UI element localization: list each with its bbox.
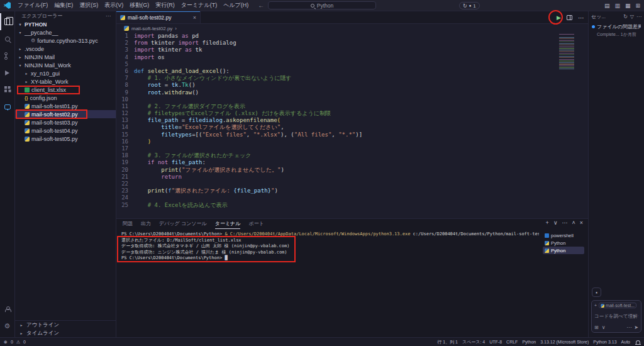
back-icon[interactable]: ← xyxy=(258,2,264,9)
timeline-section[interactable]: ▸ タイムライン xyxy=(15,329,116,337)
terminal-list-item[interactable]: Python xyxy=(543,247,584,254)
tree-item[interactable]: mail-soft-test05.py xyxy=(15,135,116,143)
tree-item[interactable]: ⚙fortune.cpython-313.pyc xyxy=(15,36,116,45)
chat-more-icon[interactable]: ⋯ xyxy=(636,14,641,20)
panel-tab[interactable]: 問題 xyxy=(123,219,133,229)
minimap[interactable] xyxy=(559,34,580,69)
tree-item[interactable]: ▾__pycache__ xyxy=(15,28,116,36)
tree-item[interactable]: ▸.vscode xyxy=(15,45,116,53)
tree-item[interactable]: mail-soft-test04.py xyxy=(15,126,116,135)
run-python-file-button[interactable]: ▶ xyxy=(557,14,561,21)
maximize-panel-icon[interactable]: ˄ xyxy=(572,220,575,226)
terminal-list-item[interactable]: Python xyxy=(543,239,584,247)
menu-item[interactable]: 表示(V) xyxy=(101,1,126,9)
menu-item[interactable]: 選択(S) xyxy=(76,1,101,9)
breadcrumb[interactable]: mail-soft-test02.py › xyxy=(116,24,588,33)
status-right-items: 行 1、列 1スペース: 4UTF-8CRLFPython3.13.12 (Mi… xyxy=(437,339,640,345)
menu-item[interactable]: ターミナル(T) xyxy=(178,1,220,9)
code-line: 21 return xyxy=(116,174,588,181)
toggle-panel-icon[interactable]: ▥ xyxy=(614,3,620,9)
status-item[interactable]: CRLF xyxy=(506,340,518,344)
panel-tab[interactable]: ターミナル xyxy=(215,219,241,229)
command-center-search[interactable]: Python xyxy=(268,1,376,9)
chevron-down-icon[interactable]: ∨ xyxy=(553,220,558,226)
status-item[interactable]: UTF-8 xyxy=(489,340,502,344)
panel-tab[interactable]: デバッグ コンソール xyxy=(159,219,207,229)
send-icon[interactable]: ➤ xyxy=(634,325,638,330)
problems-status[interactable]: ⊗ 0 ⚠ 0 xyxy=(4,340,26,345)
error-icon: ⊗ xyxy=(4,340,8,345)
split-editor-icon[interactable] xyxy=(567,15,572,20)
search-icon[interactable] xyxy=(0,30,15,47)
panel-tab[interactable]: ポート xyxy=(248,219,264,229)
tab-label: mail-soft-test02.py xyxy=(128,14,171,21)
code-line: 18 # 3. ファイルが選択されたかチェック xyxy=(116,152,588,159)
tree-item[interactable]: ▸NINJIN Mail xyxy=(15,53,116,61)
workspace-root[interactable]: ▾ PYTHON xyxy=(15,20,116,28)
terminal-output[interactable]: PS C:\Users\D200404t\Documents\Python> &… xyxy=(121,232,539,335)
status-item[interactable]: Python xyxy=(522,340,536,344)
settings-icon[interactable]: ⚙ xyxy=(0,318,15,335)
tree-item[interactable]: mail-soft-test03.py xyxy=(15,118,116,126)
menu-item[interactable]: 編集(E) xyxy=(51,1,76,9)
terminal-line: データ取得成功: ニンジン株式会社 / 猫川たま 様 (ninjin@py-vb… xyxy=(121,250,539,256)
line-number: 11 xyxy=(116,103,134,110)
titlebar-status-pill[interactable]: ↻ ● 1 xyxy=(459,2,480,9)
chevron-down-icon[interactable]: ∨ xyxy=(602,325,606,330)
tree-item[interactable]: ▾NINJIN Mail_Work xyxy=(15,61,116,69)
code-line: 6def select_and_load_excel(): xyxy=(116,68,588,75)
menu-item[interactable]: 移動(G) xyxy=(126,1,152,9)
filter-icon[interactable]: ▽ xyxy=(630,14,634,20)
status-item[interactable]: 行 1、列 1 xyxy=(437,339,458,345)
close-panel-icon[interactable]: × xyxy=(580,220,583,226)
status-item[interactable]: スペース: 4 xyxy=(462,339,485,345)
sparkle-icon[interactable]: ⋆ xyxy=(592,287,601,297)
status-item[interactable]: Auto xyxy=(621,340,630,344)
add-context-icon[interactable]: + xyxy=(594,303,597,308)
chat-session-item[interactable]: ファイルの問題差異... Complete... 1か月前 xyxy=(589,21,644,40)
extensions-icon[interactable] xyxy=(0,81,15,98)
tree-item[interactable]: mail-soft-test01.py xyxy=(15,102,116,110)
menu-item[interactable]: ファイル(F) xyxy=(14,1,51,9)
terminal-list-item[interactable]: powershell xyxy=(543,232,584,239)
new-terminal-icon[interactable]: + xyxy=(546,220,549,226)
tree-item[interactable]: ▸XY-table_Work xyxy=(15,77,116,86)
explorer-icon[interactable] xyxy=(0,13,15,30)
line-number: 25 xyxy=(116,202,134,209)
mic-icon[interactable]: ⋯ xyxy=(626,325,631,330)
code-line: 8 root = tk.Tk() xyxy=(116,82,588,89)
code-area[interactable]: 1import pandas as pd2from tkinter import… xyxy=(116,33,588,218)
panel-more-icon[interactable]: ⋯ xyxy=(562,220,567,226)
account-icon[interactable] xyxy=(0,301,15,318)
line-number: 6 xyxy=(116,68,134,75)
menu-item[interactable]: ヘルプ(H) xyxy=(220,1,252,9)
chat-mode-icon[interactable]: ⊞ xyxy=(594,325,599,330)
refresh-icon[interactable]: ↻ xyxy=(623,14,628,20)
close-icon[interactable]: × xyxy=(193,14,196,21)
explorer-title: エクスプローラー xyxy=(21,13,62,20)
toggle-secondary-sidebar-icon[interactable]: ▦ xyxy=(625,3,631,9)
source-control-icon[interactable] xyxy=(0,47,15,64)
menu-item[interactable]: 実行(R) xyxy=(152,1,178,9)
context-chip[interactable]: mail-soft-test... xyxy=(599,303,636,308)
editor-more-icon[interactable]: ⋯ xyxy=(578,14,584,21)
explorer-more-icon[interactable]: ⋯ xyxy=(106,13,111,19)
bell-icon[interactable] xyxy=(636,340,640,344)
chat-icon[interactable] xyxy=(0,98,15,115)
code-line: 11 # 2. ファイル選択ダイアログを表示 xyxy=(116,103,588,110)
tree-item[interactable]: {}config.json xyxy=(15,94,116,102)
tree-item[interactable]: client_list.xlsx xyxy=(15,86,116,94)
status-item[interactable]: 3.13.12 (Microsoft Store) xyxy=(540,340,589,344)
tab-mail-soft-test02[interactable]: mail-soft-test02.py × xyxy=(116,11,201,23)
toggle-sidebar-icon[interactable]: ▤ xyxy=(604,3,610,9)
outline-section[interactable]: ▸ アウトライン xyxy=(15,321,116,329)
customize-layout-icon[interactable]: ⊞ xyxy=(635,3,640,9)
python-file-icon xyxy=(120,15,125,20)
tree-item[interactable]: ▸xy_n10_gui xyxy=(15,69,116,77)
chat-input[interactable]: コードを調べて理解↑ xyxy=(594,313,638,320)
python-file-icon xyxy=(25,128,30,133)
tree-item[interactable]: mail-soft-test02.py xyxy=(15,110,116,118)
panel-tab[interactable]: 出力 xyxy=(141,219,151,229)
status-item[interactable]: Python 3.13 xyxy=(593,340,616,344)
run-debug-icon[interactable] xyxy=(0,64,15,81)
